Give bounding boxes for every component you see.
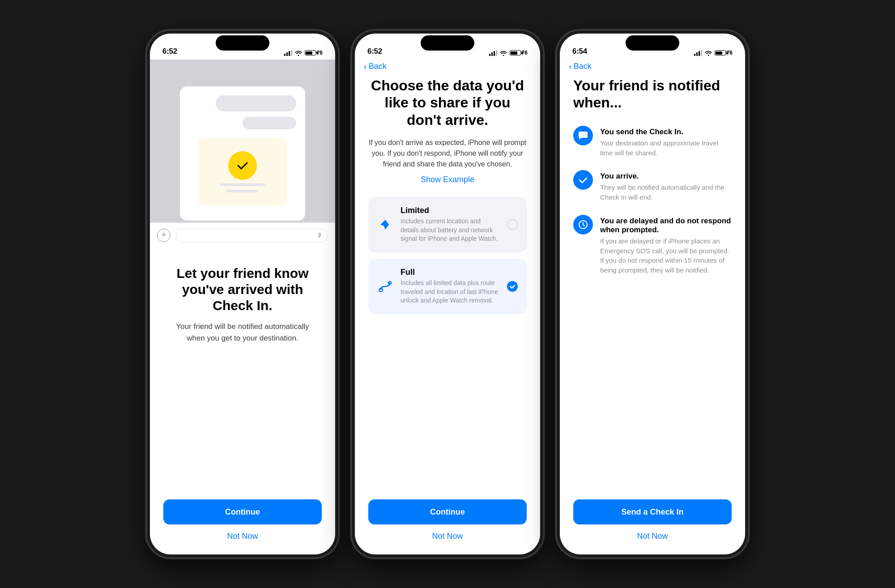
- option-card-full[interactable]: Full Includes all limited data plus rout…: [368, 259, 527, 314]
- status-icons-1: 76: [284, 50, 323, 56]
- svg-rect-7: [496, 50, 497, 56]
- status-time-3: 6:54: [572, 47, 587, 56]
- signal-icon-2: [489, 50, 497, 56]
- battery-text-3: 76: [727, 50, 733, 56]
- message-mockup: [180, 86, 305, 221]
- show-example-link[interactable]: Show Example: [368, 175, 527, 184]
- compose-input[interactable]: 🎙: [176, 228, 328, 243]
- svg-rect-5: [491, 52, 493, 56]
- radio-checked-icon: [507, 281, 518, 292]
- phone1-content: + 🎙 Let your friend know you've arrived …: [150, 60, 335, 554]
- battery-indicator-1: 76: [305, 50, 323, 56]
- phone3-send-checkin-button[interactable]: Send a Check In: [573, 499, 732, 524]
- compose-plus-icon[interactable]: +: [157, 229, 170, 242]
- card-line-2: [227, 190, 258, 192]
- msg-bubble-1: [216, 95, 296, 111]
- phone2-back-nav[interactable]: ‹ Back: [355, 60, 540, 77]
- option-desc-limited: Includes current location and details ab…: [401, 217, 500, 243]
- checkin-card: [198, 138, 287, 205]
- phone2-continue-button[interactable]: Continue: [368, 499, 527, 524]
- notify-text-2: You arrive. They will be notified automa…: [600, 170, 732, 202]
- wifi-icon-2: [500, 50, 507, 56]
- svg-rect-2: [289, 51, 290, 56]
- chevron-left-icon-2: ‹: [364, 61, 367, 72]
- option-radio-limited[interactable]: [507, 219, 518, 230]
- phone1-text-area: Let your friend know you've arrived with…: [150, 247, 335, 490]
- phone3-heading: Your friend is notified when...: [573, 77, 732, 111]
- compose-bar: + 🎙: [150, 222, 335, 247]
- phones-container: 6:52: [128, 12, 767, 576]
- battery-indicator-3: 76: [715, 50, 733, 56]
- phone-frame-3: 6:54: [556, 30, 749, 558]
- signal-icon-3: [694, 50, 702, 56]
- route-icon: [378, 280, 392, 293]
- phone2-back-label: Back: [369, 62, 387, 71]
- svg-rect-1: [286, 52, 288, 56]
- svg-rect-4: [489, 54, 490, 56]
- speech-bubble-icon-circle: [573, 126, 593, 145]
- option-text-limited: Limited Includes current location and de…: [401, 206, 500, 243]
- phone3-content: ‹ Back Your friend is notified when...: [560, 60, 745, 554]
- phone1-continue-button[interactable]: Continue: [163, 499, 322, 524]
- phone-screen-2: 6:52: [355, 34, 540, 554]
- notify-text-3: You are delayed and do not respond when …: [600, 215, 732, 275]
- status-time-2: 6:52: [367, 47, 382, 56]
- option-desc-full: Includes all limited data plus route tra…: [401, 279, 500, 305]
- notify-item-1: You send the Check In. Your destination …: [573, 126, 732, 158]
- notify-text-1: You send the Check In. Your destination …: [600, 126, 732, 158]
- phone2-subtext: If you don't arrive as expected, iPhone …: [368, 137, 527, 170]
- status-time-1: 6:52: [162, 47, 177, 56]
- status-icons-3: 76: [694, 50, 733, 56]
- option-title-limited: Limited: [401, 206, 500, 215]
- option-card-limited[interactable]: Limited Includes current location and de…: [368, 197, 527, 252]
- checkmark-circle-icon: [577, 174, 589, 186]
- msg-bubble-2: [243, 117, 296, 129]
- dynamic-island-1: [216, 35, 269, 51]
- notify-desc-3: If you are delayed or if iPhone places a…: [600, 236, 732, 275]
- phone2-bottom-actions: Continue Not Now: [355, 490, 540, 554]
- phone3-not-now-button[interactable]: Not Now: [637, 532, 668, 541]
- phone3-bottom-actions: Send a Check In Not Now: [560, 490, 745, 554]
- phone-frame-2: 6:52: [351, 30, 544, 558]
- notify-desc-1: Your destination and approximate travel …: [600, 138, 732, 158]
- battery-indicator-2: 76: [510, 50, 528, 56]
- speech-bubble-icon: [577, 130, 589, 141]
- checkmark-icon-circle: [573, 170, 593, 190]
- phone2-not-now-button[interactable]: Not Now: [432, 532, 463, 541]
- option-radio-full[interactable]: [507, 281, 518, 292]
- check-circle: [228, 151, 257, 180]
- svg-point-12: [507, 281, 518, 292]
- notify-title-3: You are delayed and do not respond when …: [600, 217, 732, 234]
- chevron-left-icon-3: ‹: [569, 61, 572, 72]
- phone1-bottom-actions: Continue Not Now: [150, 490, 335, 554]
- illustration-area: + 🎙: [150, 60, 335, 247]
- wifi-icon-1: [295, 50, 302, 56]
- card-line-1: [220, 183, 265, 186]
- mic-icon: 🎙: [317, 232, 323, 239]
- svg-rect-16: [701, 50, 702, 56]
- dynamic-island-2: [421, 35, 474, 51]
- location-arrow-icon: [379, 218, 392, 231]
- phone2-body: Choose the data you'd like to share if y…: [355, 77, 540, 490]
- option-icon-limited: [377, 217, 393, 233]
- battery-text-2: 76: [522, 50, 528, 56]
- notify-title-1: You send the Check In.: [600, 128, 732, 136]
- clock-icon: [577, 219, 589, 230]
- checkmark-icon: [235, 158, 250, 173]
- svg-rect-15: [699, 51, 700, 56]
- signal-icon-1: [284, 50, 292, 56]
- svg-rect-6: [494, 51, 495, 56]
- phone-screen-3: 6:54: [560, 34, 745, 554]
- phone1-heading: Let your friend know you've arrived with…: [168, 265, 317, 314]
- phone3-back-nav[interactable]: ‹ Back: [560, 60, 745, 77]
- svg-rect-3: [291, 50, 292, 56]
- phone2-heading: Choose the data you'd like to share if y…: [368, 77, 527, 128]
- phone1-not-now-button[interactable]: Not Now: [227, 532, 258, 541]
- svg-rect-13: [694, 54, 695, 56]
- phone1-subtext: Your friend will be notified automatical…: [168, 321, 317, 344]
- option-title-full: Full: [401, 268, 500, 277]
- status-icons-2: 76: [489, 50, 528, 56]
- option-icon-full: [377, 278, 393, 294]
- svg-rect-14: [696, 52, 698, 56]
- svg-rect-0: [284, 54, 286, 56]
